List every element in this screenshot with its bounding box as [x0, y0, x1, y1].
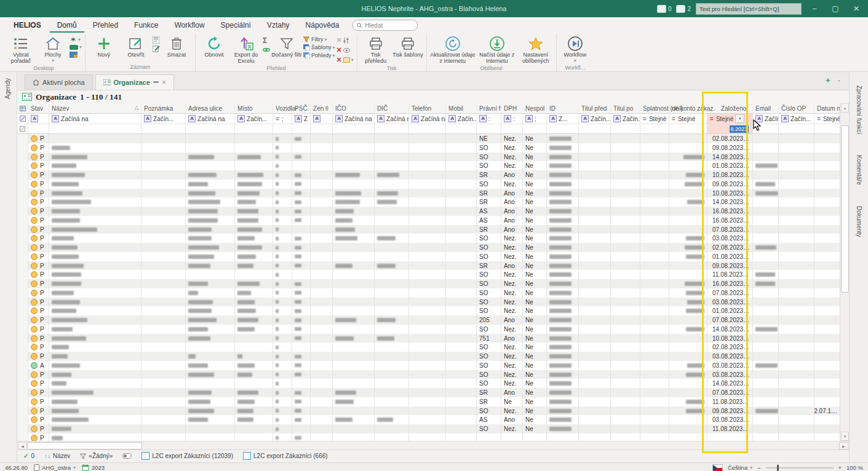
zoom-slider-knob[interactable] [777, 465, 779, 471]
table-row[interactable]: PSONez.Ne09.08.2023… [17, 143, 840, 152]
print-template-button[interactable]: Tisk šablony [392, 34, 423, 58]
templates-menu-button[interactable]: Šablony▾ [303, 44, 335, 50]
filter-cell-vozidla[interactable]: =; [273, 114, 292, 124]
column-header-zalozeno[interactable]: Založeno [707, 103, 753, 113]
tab-aktivni-plocha[interactable]: Aktivní plocha [25, 74, 92, 90]
collapse-ribbon-button[interactable]: - [838, 76, 840, 85]
vertical-scrollbar[interactable]: ▲ ▼ [840, 103, 849, 441]
edit-cell-titul_po[interactable] [611, 124, 640, 133]
edit-cell-splatnost[interactable] [640, 124, 669, 133]
sidebar-tab-agendy[interactable]: Agendy [0, 72, 15, 105]
close-tab-icon[interactable]: ✕ [162, 79, 167, 85]
clear-filter-button[interactable]: ✕ [336, 36, 354, 44]
filter-cell-stav[interactable]: A [28, 114, 49, 124]
edit-cell-adresa[interactable] [186, 124, 235, 133]
edit-cell-dph[interactable] [501, 124, 523, 133]
table-row[interactable]: PSONez.Ne02.08.2023… [17, 342, 840, 352]
table-row[interactable]: PSONez.Ne11.08.2023… [17, 424, 840, 433]
desktops-button[interactable]: Plochy ▾ [38, 34, 68, 64]
open-button[interactable]: Otevřít [121, 34, 151, 58]
edit-cell-stav[interactable] [28, 124, 49, 133]
table-row[interactable]: PSONez.Ne03.08.2023… [17, 234, 840, 243]
table-row[interactable]: PSRAnoNe07.08.2023… [17, 388, 840, 397]
filter-cell-poznamka[interactable]: AZačín... [141, 114, 186, 124]
column-header-marker[interactable] [17, 103, 28, 113]
column-header-vozidla[interactable]: Vozidla [273, 103, 292, 113]
filter-cell-zen[interactable]: A [311, 114, 333, 124]
pin-icon[interactable] [153, 81, 159, 83]
edit-cell-poznamka[interactable] [141, 124, 186, 133]
filter-indicator[interactable]: «Žádný» [80, 453, 113, 459]
load-from-internet-button[interactable]: Načíst údaje z Internetu [477, 34, 517, 65]
table-row[interactable]: PSONez.Ne03.08.2023… [17, 298, 840, 307]
close-button[interactable]: ✕ [848, 4, 864, 13]
table-row[interactable]: PSONez.Ne01.08.2023… [17, 161, 840, 170]
edit-cell-konto[interactable] [669, 124, 707, 133]
column-header-email[interactable]: Email [753, 103, 779, 113]
print-overview-button[interactable]: Tisk přehledu [360, 34, 391, 65]
filter-cell-email[interactable]: AZačín...▾ [753, 114, 779, 124]
edit-cell-misto[interactable] [235, 124, 273, 133]
filter-cell-cislo_op[interactable]: AZačín... [779, 114, 814, 124]
edit-cell-nespol[interactable] [523, 124, 547, 133]
table-row[interactable]: P [17, 433, 840, 441]
select-binder-button[interactable]: Vybrat pořadač [6, 34, 36, 65]
edit-cell-telefon[interactable] [409, 124, 446, 133]
edit-cell-zen[interactable] [311, 124, 333, 133]
toggle-switch[interactable] [122, 453, 132, 459]
temp-filter-button[interactable]: Dočasný filtr [271, 34, 302, 58]
filter-cell-dph[interactable]: A: [501, 114, 523, 124]
filter-cell-telefon[interactable]: AZačíná na [409, 114, 446, 124]
column-header-datum_naroz[interactable]: Datum naroz [814, 103, 840, 113]
edit-cell-datum_naroz[interactable] [814, 124, 840, 133]
column-header-zen[interactable]: Zen [311, 103, 333, 113]
menu-tab-helios[interactable]: HELIOS [6, 18, 49, 33]
menu-tab-prehled[interactable]: Přehled [86, 18, 125, 33]
table-row[interactable]: PSONez.Ne09.08.2023… [17, 180, 840, 189]
note-small-button[interactable] [153, 36, 160, 44]
database-selector[interactable]: AHG_ostra ▾ [34, 464, 76, 471]
notification-badge-2[interactable]: 2 [676, 5, 691, 13]
filter-cell-psc[interactable]: AZ [292, 114, 311, 124]
table-row[interactable]: PSONez.Ne01.08.2023… [17, 306, 840, 315]
menu-tab-napoveda[interactable]: Nápověda [298, 18, 347, 33]
scroll-left-button[interactable]: ◀ [18, 442, 27, 449]
table-row[interactable]: PSONez.Ne03.08.2023… [17, 370, 840, 379]
filter-cell-konto[interactable]: =Stejné [669, 114, 707, 124]
sidebar-tab-zpracovani-funkci[interactable]: Zpracování funkcí [851, 79, 867, 140]
column-header-splatnost[interactable]: Splatnost (dní) [640, 103, 669, 113]
table-row[interactable]: PSONez.Ne02.08.2023… [17, 243, 840, 252]
ribbon-search-input[interactable]: Hledat [352, 20, 418, 31]
scroll-up-button[interactable]: ▲ [841, 103, 849, 113]
column-header-dph[interactable]: DPH [501, 103, 523, 113]
table-row[interactable]: PSRNeNe11.08.2023… [17, 397, 840, 406]
table-row[interactable]: PSONez.Ne14.08.2023… [17, 152, 840, 162]
desktop-extra-button-2[interactable]: ▾ [70, 44, 82, 50]
edit-cell-marker[interactable] [17, 124, 28, 133]
desktop-extra-button-3[interactable] [70, 52, 82, 58]
table-row[interactable]: PSONez.Ne03.08.2023… [17, 352, 840, 361]
edit-cell-zalozeno[interactable]: 8.2023 [707, 124, 753, 133]
global-search-input[interactable]: Text pro Hledání [Ctrl+Shift+Q] [696, 3, 802, 15]
column-header-misto[interactable]: Místo [235, 103, 273, 113]
column-header-dic[interactable]: DIČ [375, 103, 409, 113]
table-row[interactable]: PSONez.Ne09.08.2023…12.07.1… [17, 406, 840, 416]
column-header-poznamka[interactable]: Poznámka [141, 103, 186, 113]
date-filter-edit-value[interactable]: 8.2023 [730, 125, 749, 133]
filter-cell-nazev[interactable]: AZačíná na [49, 114, 141, 124]
table-row[interactable]: ASONez.Ne03.08.2023… [17, 361, 840, 370]
export-excel-button[interactable]: X Export do Excelu [231, 34, 261, 65]
filter-cell-id[interactable]: AZ... [547, 114, 579, 124]
filter-cell-adresa[interactable]: AZačíná na [186, 114, 235, 124]
column-header-konto[interactable]: né konto zákaz. [669, 103, 707, 113]
edit-cell-email[interactable] [753, 124, 779, 133]
table-row[interactable]: PSRAnoNe10.08.2023… [17, 170, 840, 180]
edit-cell-dic[interactable] [375, 124, 409, 133]
zoom-slider[interactable] [766, 467, 834, 469]
favorites-settings-button[interactable]: Nastavení oblíbených [519, 34, 553, 65]
sum-button[interactable]: Σ [263, 36, 270, 45]
vertical-scrollbar-thumb[interactable] [841, 125, 849, 293]
language-selector[interactable]: Čeština ▾ [728, 464, 752, 471]
delete-button[interactable]: Smazat [161, 34, 192, 58]
filter-cell-misto[interactable]: AZačín... [235, 114, 273, 124]
